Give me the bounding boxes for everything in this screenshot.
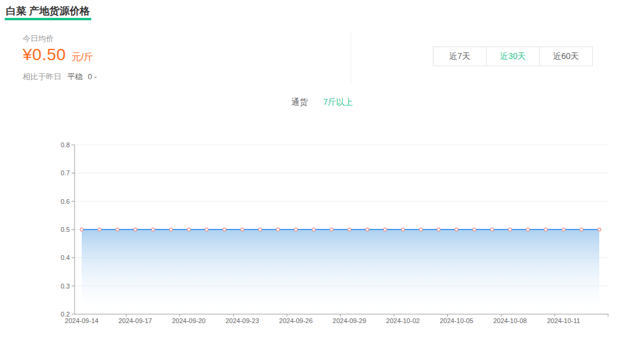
svg-text:0.7: 0.7 (61, 169, 70, 176)
spec-selector: 通货 7斤以上 (0, 97, 644, 108)
compare-delta: 0 - (88, 72, 97, 81)
price-line-chart: 0.20.30.40.50.60.70.82024-09-142024-09-1… (0, 137, 644, 338)
svg-text:0.6: 0.6 (61, 198, 70, 205)
date-range-tabs: 近7天 近30天 近60天 (433, 46, 593, 66)
price-unit: 元/斤 (72, 52, 93, 62)
price-page: 白菜 产地货源价格 今日均价 ¥0.50 元/斤 相比于昨日 平稳 0 - 近7… (0, 0, 644, 338)
svg-text:2024-10-11: 2024-10-11 (547, 317, 580, 324)
today-price: ¥0.50 元/斤 (23, 45, 93, 64)
svg-text:2024-10-02: 2024-10-02 (386, 317, 420, 324)
compare-label: 相比于昨日 (23, 72, 61, 81)
svg-text:2024-10-05: 2024-10-05 (439, 317, 473, 324)
page-title: 白菜 产地货源价格 (5, 5, 91, 20)
svg-text:0.5: 0.5 (61, 226, 70, 233)
svg-text:2024-09-23: 2024-09-23 (225, 317, 259, 324)
svg-text:2024-09-29: 2024-09-29 (333, 317, 366, 324)
svg-text:2024-09-26: 2024-09-26 (279, 317, 312, 324)
range-tab-1[interactable]: 近30天 (486, 47, 539, 66)
spec-tab-0[interactable]: 通货 (291, 97, 308, 107)
compare-yesterday: 相比于昨日 平稳 0 - (23, 72, 97, 82)
today-average-label: 今日均价 (23, 33, 54, 44)
range-tab-2[interactable]: 近60天 (539, 47, 592, 66)
svg-text:2024-10-08: 2024-10-08 (493, 317, 527, 324)
svg-text:2024-09-17: 2024-09-17 (119, 317, 152, 324)
compare-status: 平稳 (67, 72, 83, 81)
svg-text:2024-09-20: 2024-09-20 (172, 317, 205, 324)
svg-text:0.4: 0.4 (61, 254, 70, 261)
svg-text:0.3: 0.3 (61, 283, 70, 290)
svg-text:2024-09-14: 2024-09-14 (65, 317, 98, 324)
spec-tab-1[interactable]: 7斤以上 (323, 97, 353, 107)
range-tab-0[interactable]: 近7天 (434, 47, 486, 66)
svg-text:0.8: 0.8 (61, 141, 70, 148)
price-value: ¥0.50 (23, 45, 66, 64)
vertical-divider (351, 31, 351, 83)
